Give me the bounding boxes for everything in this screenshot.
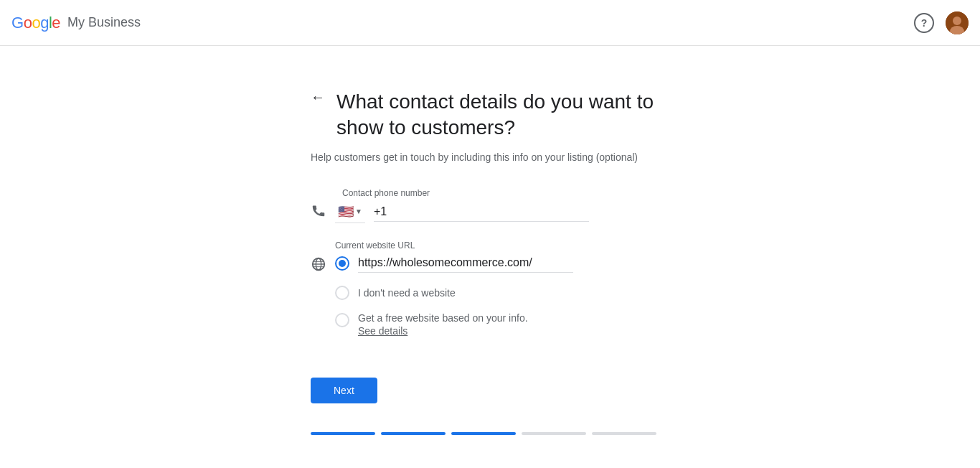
free-website-text: Get a free website based on your info. S… — [358, 312, 528, 337]
progress-segment-1 — [311, 432, 375, 435]
url-options: Current website URL I don't need a websi… — [335, 240, 669, 349]
title-row: ← What contact details do you want to sh… — [311, 89, 669, 141]
url-field-label: Current website URL — [335, 240, 669, 251]
url-field-group: Current website URL I don't need a websi… — [311, 240, 669, 349]
no-website-option: I don't need a website — [335, 284, 669, 300]
no-website-radio[interactable] — [335, 286, 349, 300]
see-details-link[interactable]: See details — [358, 324, 407, 337]
flag-emoji: 🇺🇸 — [338, 204, 354, 220]
phone-field-label: Contact phone number — [342, 188, 669, 198]
google-logo: Google — [11, 14, 60, 32]
header: Google My Business ? — [0, 0, 980, 46]
main-content: ← What contact details do you want to sh… — [0, 46, 980, 435]
url-input-row — [335, 253, 669, 273]
country-selector[interactable]: 🇺🇸 ▼ — [335, 201, 365, 223]
progress-segment-4 — [522, 432, 586, 435]
url-radio-selected[interactable] — [335, 256, 349, 271]
user-avatar[interactable] — [946, 11, 969, 34]
page-title: What contact details do you want to show… — [336, 89, 669, 141]
url-first-row: Current website URL I don't need a websi… — [311, 240, 669, 349]
dropdown-arrow-icon: ▼ — [355, 207, 362, 215]
url-option-current: Current website URL — [335, 240, 669, 273]
form-container: ← What contact details do you want to sh… — [311, 89, 669, 435]
progress-bar — [311, 432, 669, 435]
free-website-label: Get a free website based on your info. — [358, 311, 528, 324]
progress-segment-2 — [381, 432, 446, 435]
help-icon[interactable]: ? — [914, 13, 934, 33]
phone-row: 🇺🇸 ▼ — [311, 201, 669, 223]
free-website-option: Get a free website based on your info. S… — [335, 312, 669, 337]
next-button[interactable]: Next — [311, 378, 377, 403]
free-website-radio[interactable] — [335, 313, 349, 327]
phone-icon — [311, 202, 326, 222]
svg-point-1 — [953, 17, 961, 25]
phone-field-group: Contact phone number 🇺🇸 ▼ — [311, 188, 669, 223]
globe-icon — [311, 256, 326, 276]
no-website-label: I don't need a website — [358, 286, 456, 299]
progress-segment-5 — [592, 432, 656, 435]
back-button[interactable]: ← — [311, 89, 325, 106]
header-left: Google My Business — [11, 14, 141, 32]
phone-input[interactable] — [374, 202, 589, 222]
url-input[interactable] — [358, 253, 573, 273]
header-right: ? — [914, 11, 969, 34]
product-name: My Business — [67, 15, 141, 30]
subtitle: Help customers get in touch by including… — [311, 150, 669, 165]
progress-segment-3 — [451, 432, 516, 435]
